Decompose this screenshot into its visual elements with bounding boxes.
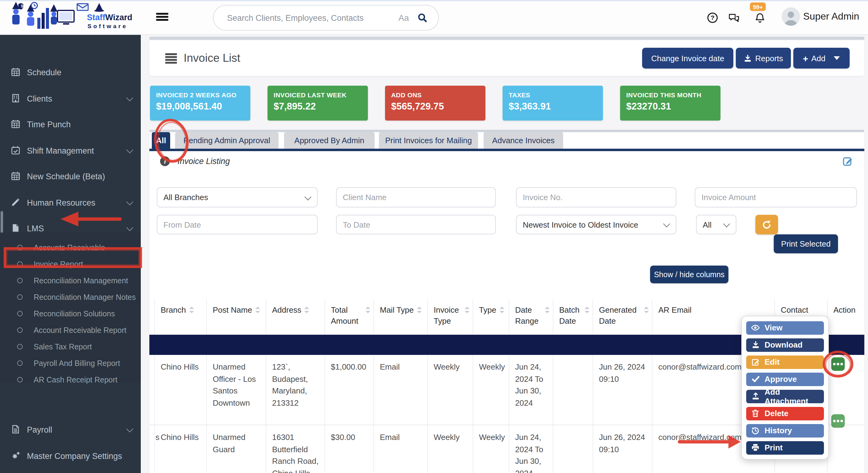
column-header-address[interactable]: Address — [266, 299, 324, 335]
action-menu-item-view[interactable]: View — [746, 321, 824, 335]
client-name-input[interactable] — [336, 187, 496, 208]
bullet-icon — [17, 344, 23, 349]
action-menu-item-download[interactable]: Download — [746, 338, 824, 351]
column-header-generated-date[interactable]: Generated Date — [593, 299, 652, 335]
row-actions-button[interactable] — [831, 414, 845, 428]
stat-value: $565,729.75 — [391, 101, 486, 112]
column-header-date-range[interactable]: Date Range — [509, 299, 553, 335]
sidebar-subitem-invoice-report[interactable]: Invoice Report — [0, 256, 141, 272]
gears-icon — [11, 451, 21, 461]
column-header-total-amount[interactable]: Total Amount — [324, 299, 373, 335]
stat-card-taxes: TAXES$3,363.91 — [502, 86, 603, 121]
staffwizard-logo: $ StaffWizard Software — [4, 2, 140, 32]
stat-card-add-ons: ADD ONS$565,729.75 — [385, 86, 486, 121]
avatar[interactable] — [782, 7, 800, 28]
from-date-input[interactable] — [157, 215, 318, 234]
sidebar-subitem-account-receivable-report[interactable]: Account Receivable Report — [0, 322, 141, 338]
sidebar-subitem-reconciliation-manager-notes[interactable]: Reconciliation Manager Notes — [0, 289, 141, 305]
column-header-blank — [149, 299, 154, 335]
status-select[interactable]: All — [696, 215, 736, 234]
stat-cards: INVOICED 2 WEEKS AGO$19,008,561.40INVOIC… — [141, 86, 868, 122]
column-header-branch[interactable]: Branch — [154, 299, 206, 335]
user-name[interactable]: Super Admin — [803, 11, 859, 22]
search-icon[interactable] — [417, 13, 427, 23]
sidebar-subitem-payroll-and-billing-report[interactable]: Payroll And Billing Report — [0, 355, 141, 371]
menu-toggle-icon[interactable] — [156, 13, 168, 22]
edit-listing-icon[interactable] — [842, 155, 853, 169]
table-cell-generated-date: Jun 26, 2024 09:10 — [593, 425, 652, 473]
sidebar-item-shift-management[interactable]: Shift Management — [0, 139, 141, 162]
caret-down-icon[interactable] — [834, 56, 840, 60]
global-search: Aa — [213, 5, 439, 31]
file-text-icon — [11, 425, 21, 435]
tab-pending-admin-approval[interactable]: Pending Admin Approval — [175, 132, 279, 149]
refresh-button[interactable] — [755, 215, 778, 234]
action-menu-item-delete[interactable]: Delete — [746, 407, 824, 420]
sort-icon[interactable] — [499, 307, 504, 313]
show-hide-columns-button[interactable]: Show / hide columns — [650, 265, 728, 283]
sort-icon[interactable] — [417, 307, 422, 313]
stat-label: ADD ONS — [391, 91, 486, 98]
help-icon[interactable]: ? — [707, 12, 718, 23]
sidebar-item-payroll[interactable]: Payroll — [0, 418, 141, 441]
action-menu-item-add-attachment[interactable]: Add Attachment — [746, 390, 824, 403]
column-header-type[interactable]: Type — [472, 299, 509, 335]
sidebar-item-schedule[interactable]: Schedule — [0, 61, 141, 83]
sidebar-item-new-schedule-beta[interactable]: New Schedule (Beta) — [0, 165, 141, 187]
action-menu-item-history[interactable]: History — [746, 424, 824, 437]
sort-icon[interactable] — [545, 307, 549, 313]
case-toggle[interactable]: Aa — [399, 13, 409, 23]
tab-advance-invoices[interactable]: Advance Invoices — [484, 132, 563, 149]
table-cell-invoice-type: Weekly — [427, 355, 472, 425]
sort-icon[interactable] — [255, 307, 260, 313]
sort-icon[interactable] — [365, 307, 370, 313]
chat-icon[interactable] — [728, 13, 740, 23]
invoice-no-input[interactable] — [516, 187, 676, 208]
chevron-down-icon — [126, 95, 133, 102]
column-header-post-name[interactable]: Post Name — [206, 299, 266, 335]
column-header-batch-date[interactable]: Batch Date — [553, 299, 593, 335]
action-menu-item-edit[interactable]: Edit — [746, 355, 824, 369]
add-button[interactable]: + Add — [793, 48, 850, 68]
row-actions-button[interactable] — [831, 357, 845, 371]
sort-icon[interactable] — [464, 307, 469, 313]
print-selected-button[interactable]: Print Selected — [774, 234, 838, 253]
change-invoice-date-button[interactable]: Change Invoice date — [642, 48, 733, 68]
sidebar-item-master-company-settings[interactable]: Master Company Settings — [0, 445, 141, 467]
sidebar-subitem-sales-tax-report[interactable]: Sales Tax Report — [0, 338, 141, 355]
tab-all[interactable]: All — [152, 132, 170, 149]
column-header-action: Action — [827, 299, 864, 335]
search-input[interactable] — [226, 12, 399, 23]
sort-icon[interactable] — [304, 307, 309, 313]
invoice-submenu: Accounts ReceivableInvoice ReportReconci… — [0, 232, 141, 382]
sidebar-subitem-reconciliation-solutions[interactable]: Reconciliation Solutions — [0, 305, 141, 322]
column-header-mail-type[interactable]: Mail Type — [373, 299, 427, 335]
sidebar-subitem-ar-cash-receipt-report[interactable]: AR Cash Receipt Report — [0, 371, 141, 388]
action-menu-item-print[interactable]: Print — [746, 441, 824, 454]
sidebar-subitem-reconciliation-management[interactable]: Reconciliation Management — [0, 272, 141, 289]
sort-icon[interactable] — [584, 307, 589, 313]
reports-button[interactable]: Reports — [736, 48, 791, 68]
calendar-check-icon — [11, 146, 21, 155]
branch-select[interactable]: All Branches — [157, 187, 318, 208]
sort-icon[interactable] — [644, 307, 649, 313]
sidebar-item-time-punch[interactable]: Time Punch — [0, 113, 141, 135]
invoice-amount-input[interactable] — [695, 187, 857, 208]
sidebar-item-clients[interactable]: Clients — [0, 88, 141, 109]
sidebar-subitem-accounts-receivable[interactable]: Accounts Receivable — [0, 239, 141, 256]
building-icon — [11, 94, 21, 103]
sort-icon[interactable] — [189, 307, 194, 313]
sidebar-item-analytics[interactable]: Analytics — [0, 471, 141, 473]
sort-order-select[interactable]: Newest Invoice to Oldest Invoice — [516, 215, 676, 234]
tab-print-invoices-for-mailing[interactable]: Print Invoices for Mailing — [379, 132, 478, 149]
bell-icon[interactable] — [755, 13, 765, 24]
svg-text:Software: Software — [88, 23, 128, 29]
column-header-invoice-type[interactable]: Invoice Type — [427, 299, 472, 335]
action-menu-item-approve[interactable]: Approve — [746, 373, 824, 386]
to-date-input[interactable] — [336, 215, 496, 234]
section-title: Invoice Listing — [178, 157, 230, 166]
tab-approved-by-admin[interactable]: Approved By Admin — [284, 132, 375, 149]
sidebar-item-human-resources[interactable]: Human Resources — [0, 192, 141, 214]
bullet-icon — [17, 311, 23, 316]
chevron-down-icon — [305, 193, 312, 200]
